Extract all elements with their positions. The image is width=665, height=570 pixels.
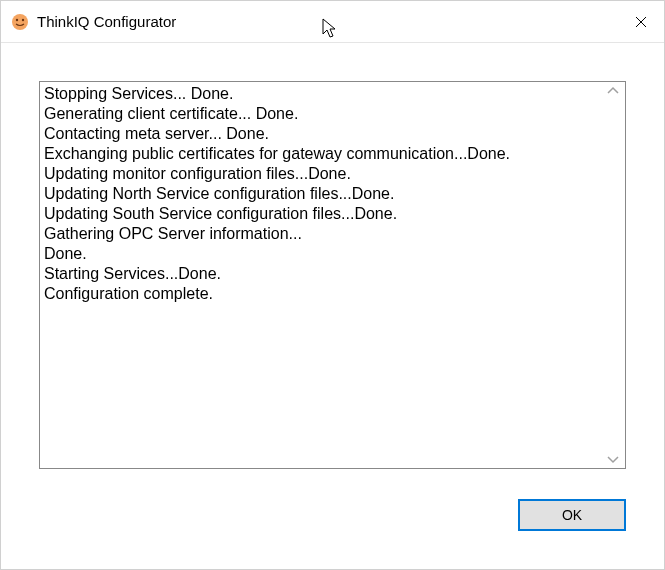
ok-button[interactable]: OK xyxy=(518,499,626,531)
window: ThinkIQ Configurator Stopping Services..… xyxy=(0,0,665,570)
svg-point-1 xyxy=(16,18,18,20)
log-output: Stopping Services... Done. Generating cl… xyxy=(39,81,626,469)
close-button[interactable] xyxy=(618,1,664,42)
window-title: ThinkIQ Configurator xyxy=(37,13,618,30)
app-icon xyxy=(11,13,29,31)
titlebar: ThinkIQ Configurator xyxy=(1,1,664,43)
scroll-up-icon[interactable] xyxy=(605,86,621,94)
close-icon xyxy=(635,16,647,28)
button-row: OK xyxy=(39,469,626,549)
log-text: Stopping Services... Done. Generating cl… xyxy=(40,82,625,306)
scroll-down-icon[interactable] xyxy=(605,456,621,464)
svg-point-2 xyxy=(22,18,24,20)
svg-point-0 xyxy=(12,14,28,30)
content-area: Stopping Services... Done. Generating cl… xyxy=(1,43,664,569)
